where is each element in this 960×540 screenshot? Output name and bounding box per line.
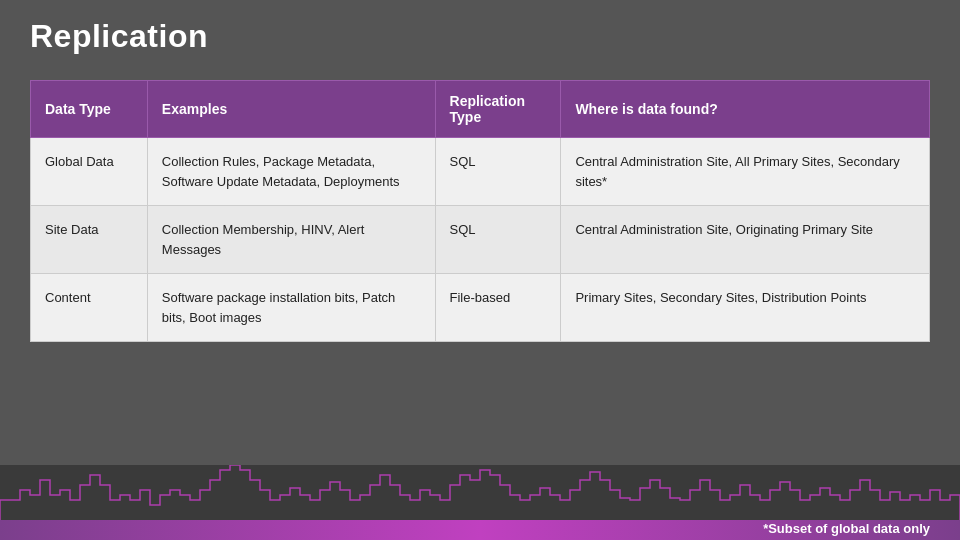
page-title: Replication [30, 18, 208, 55]
cell-data-type: Global Data [31, 138, 148, 206]
header-where-found: Where is data found? [561, 81, 930, 138]
cell-data-type: Content [31, 274, 148, 342]
replication-table: Data Type Examples Replication Type Wher… [30, 80, 930, 342]
table-container: Data Type Examples Replication Type Wher… [30, 80, 930, 460]
cell-examples: Software package installation bits, Patc… [147, 274, 435, 342]
cell-where-found: Central Administration Site, All Primary… [561, 138, 930, 206]
cell-examples: Collection Membership, HINV, Alert Messa… [147, 206, 435, 274]
cell-where-found: Central Administration Site, Originating… [561, 206, 930, 274]
table-row: ContentSoftware package installation bit… [31, 274, 930, 342]
table-row: Site DataCollection Membership, HINV, Al… [31, 206, 930, 274]
header-data-type: Data Type [31, 81, 148, 138]
footnote: *Subset of global data only [763, 521, 930, 536]
bottom-bar: *Subset of global data only [0, 465, 960, 540]
cell-examples: Collection Rules, Package Metadata, Soft… [147, 138, 435, 206]
cell-where-found: Primary Sites, Secondary Sites, Distribu… [561, 274, 930, 342]
cell-data-type: Site Data [31, 206, 148, 274]
cell-replication-type: File-based [435, 274, 561, 342]
cityscape-decoration [0, 465, 960, 520]
table-header-row: Data Type Examples Replication Type Wher… [31, 81, 930, 138]
cell-replication-type: SQL [435, 206, 561, 274]
cell-replication-type: SQL [435, 138, 561, 206]
header-examples: Examples [147, 81, 435, 138]
header-replication-type: Replication Type [435, 81, 561, 138]
table-row: Global DataCollection Rules, Package Met… [31, 138, 930, 206]
